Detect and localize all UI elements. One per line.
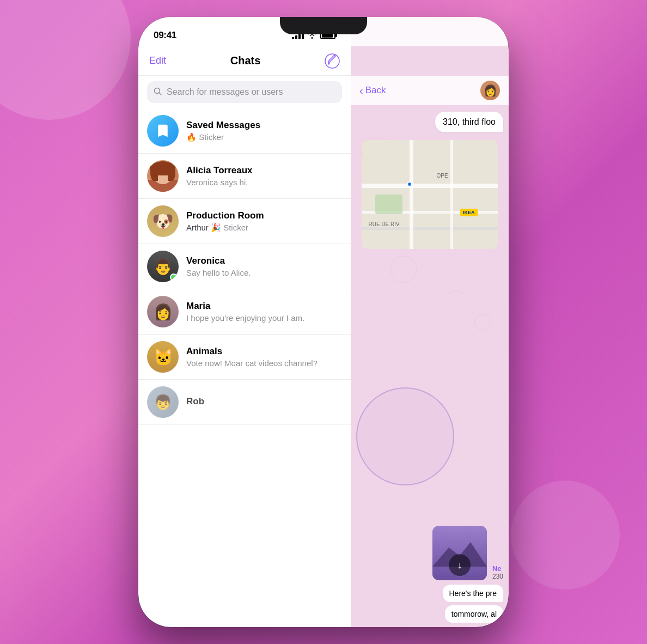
search-icon (154, 87, 162, 98)
status-time: 09:41 (154, 30, 176, 41)
chat-info-saved-messages: Saved Messages 🔥 Sticker (186, 120, 342, 142)
chat-info-animals: Animals Vote now! Moar cat videos channe… (186, 346, 342, 368)
map-rue-label: RUE DE RIV (369, 221, 400, 227)
map-location-dot (407, 181, 412, 187)
chat-preview-production-room: Arthur 🎉 Sticker (186, 223, 342, 233)
avatar-animals: 🐱 (147, 341, 179, 373)
chat-item-production-room[interactable]: 🐶 Production Room Arthur 🎉 Sticker (138, 199, 351, 244)
avatar-maria: 👩 (147, 296, 179, 327)
avatar-veronica: 👨 (147, 251, 179, 282)
notch (280, 17, 367, 34)
avatar-rob: 👦 (147, 386, 179, 418)
bg-decoration-2 (511, 481, 620, 590)
map-grid: OPE IKEA RUE DE RIV (362, 140, 498, 249)
chats-panel: 09:41 (138, 17, 351, 627)
chat-name-maria: Maria (186, 301, 342, 312)
conv-status-bar (351, 17, 509, 46)
chat-name-veronica: Veronica (186, 256, 342, 266)
media-meta: Ne 230 (492, 564, 503, 580)
chat-info-veronica: Veronica Say hello to Alice. (186, 256, 342, 277)
conversation-avatar: 👩 (480, 81, 500, 100)
avatar-alicia (147, 160, 179, 192)
chat-preview-alicia: Veronica says hi. (186, 178, 342, 187)
chat-sender-production-room: Arthur (186, 223, 209, 232)
phone-frame: 09:41 (138, 17, 509, 627)
chats-title: Chats (230, 54, 261, 67)
chat-item-rob[interactable]: 👦 Rob (138, 380, 351, 425)
message-bubble-text: 310, third floo (435, 112, 503, 132)
chat-item-saved-messages[interactable]: Saved Messages 🔥 Sticker (138, 108, 351, 154)
chat-preview-saved-messages: 🔥 Sticker (186, 132, 342, 142)
chat-preview-animals: Vote now! Moar cat videos channel? (186, 359, 342, 368)
chat-info-production-room: Production Room Arthur 🎉 Sticker (186, 210, 342, 233)
chat-name-animals: Animals (186, 346, 342, 357)
conversation-panel: ‹ Back 👩 310, third floo (351, 17, 509, 627)
messages-area: 310, third floo (351, 105, 509, 521)
chat-info-alicia: Alicia Torreaux Veronica says hi. (186, 165, 342, 187)
map-ikea-label: IKEA (460, 209, 478, 216)
search-bar[interactable]: Search for messages or users (147, 81, 342, 103)
chat-item-alicia[interactable]: Alicia Torreaux Veronica says hi. (138, 154, 351, 199)
nav-bar: Edit Chats (138, 46, 351, 76)
media-row: ↓ Ne 230 (356, 526, 503, 580)
chat-name-rob: Rob (186, 396, 342, 407)
chat-preview-text-production-room: 🎉 Sticker (211, 223, 248, 232)
download-button[interactable]: ↓ (449, 554, 471, 576)
avatar-saved-messages (147, 115, 179, 147)
back-chevron-icon: ‹ (359, 84, 363, 97)
media-thumbnail: ↓ (432, 526, 487, 580)
chat-preview-veronica: Say hello to Alice. (186, 268, 342, 277)
chat-preview-maria: I hope you're enjoying your I am. (186, 313, 342, 323)
preview-text-2: tommorow, al (445, 605, 503, 623)
svg-point-0 (325, 54, 339, 68)
message-text: 310, third floo (443, 117, 496, 126)
preview-text-1: Here's the pre (443, 585, 504, 602)
chat-item-animals[interactable]: 🐱 Animals Vote now! Moar cat videos chan… (138, 335, 351, 380)
back-button[interactable]: ‹ Back (359, 84, 386, 97)
chat-info-maria: Maria I hope you're enjoying your I am. (186, 301, 342, 323)
chat-info-rob: Rob (186, 396, 342, 409)
chat-name-alicia: Alicia Torreaux (186, 165, 342, 176)
edit-button[interactable]: Edit (149, 55, 166, 66)
back-label: Back (365, 85, 386, 96)
phone-screen: 09:41 (138, 17, 509, 627)
preview-texts: Here's the pre tommorow, al (356, 585, 503, 623)
bg-decoration-1 (0, 0, 131, 120)
compose-icon[interactable] (325, 53, 340, 69)
chat-name-production-room: Production Room (186, 210, 342, 221)
chat-item-veronica[interactable]: 👨 Veronica Say hello to Alice. (138, 244, 351, 289)
map-message: OPE IKEA RUE DE RIV (362, 140, 498, 249)
chat-item-maria[interactable]: 👩 Maria I hope you're enjoying your I am… (138, 289, 351, 335)
conversation-header: ‹ Back 👩 (351, 76, 509, 105)
chat-name-saved-messages: Saved Messages (186, 120, 342, 131)
new-message-badge: Ne (492, 564, 503, 573)
search-placeholder: Search for messages or users (167, 87, 283, 97)
online-indicator-veronica (170, 274, 178, 281)
map-label-ope: OPE (437, 173, 448, 179)
message-count: 230 (492, 573, 503, 580)
chat-list: Saved Messages 🔥 Sticker (138, 108, 351, 627)
bottom-section: ↓ Ne 230 Here's the pre tommorow, al (351, 521, 509, 627)
avatar-production-room: 🐶 (147, 205, 179, 237)
download-arrow-icon: ↓ (457, 560, 462, 571)
